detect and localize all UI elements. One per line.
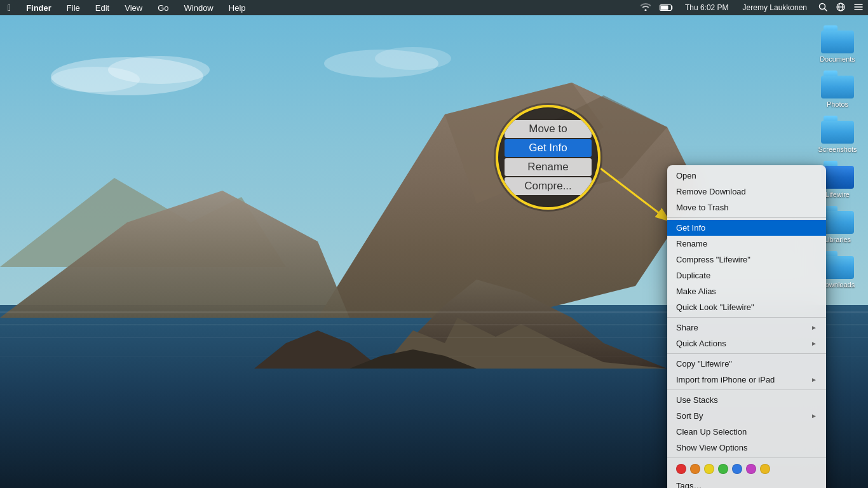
- quick-actions-submenu-arrow: ►: [811, 340, 817, 347]
- ctx-item-remove-download[interactable]: Remove Download: [667, 184, 826, 200]
- share-submenu-arrow: ►: [811, 324, 817, 331]
- menu-go[interactable]: Go: [155, 3, 171, 13]
- ctx-item-copy[interactable]: Copy "Lifewire": [667, 356, 826, 372]
- ctx-item-use-stacks[interactable]: Use Stacks: [667, 392, 826, 408]
- ctx-item-make-alias[interactable]: Make Alias: [667, 283, 826, 299]
- tag-purple[interactable]: [746, 464, 756, 474]
- list-icon[interactable]: [854, 3, 863, 13]
- tag-blue[interactable]: [732, 464, 742, 474]
- menu-view[interactable]: View: [122, 3, 145, 13]
- ctx-item-import[interactable]: Import from iPhone or iPad ►: [667, 372, 826, 388]
- color-tags: [667, 460, 826, 478]
- menubar:  Finder File Edit View Go Window Help T…: [0, 0, 868, 15]
- svg-line-23: [825, 8, 827, 11]
- desktop-icon-photos[interactable]: Photos: [815, 71, 860, 108]
- menu-help[interactable]: Help: [226, 3, 248, 13]
- svg-rect-21: [660, 6, 668, 10]
- zoom-content: Move to Get Info Rename Compre...: [498, 119, 598, 196]
- tag-red[interactable]: [676, 464, 686, 474]
- tag-yellow[interactable]: [704, 464, 714, 474]
- ctx-item-compress[interactable]: Compress "Lifewire": [667, 252, 826, 268]
- tag-orange[interactable]: [690, 464, 700, 474]
- desktop-icon-documents[interactable]: Documents: [815, 25, 860, 63]
- menubar-right: Thu 6:02 PM Jeremy Laukkonen: [641, 3, 863, 13]
- username[interactable]: Jeremy Laukkonen: [740, 3, 810, 12]
- ctx-separator-5: [667, 458, 826, 458]
- ctx-item-get-info[interactable]: Get Info: [667, 220, 826, 236]
- ctx-item-quick-look[interactable]: Quick Look "Lifewire": [667, 299, 826, 315]
- menu-edit[interactable]: Edit: [93, 3, 112, 13]
- ctx-item-quick-actions[interactable]: Quick Actions ►: [667, 336, 826, 351]
- search-icon[interactable]: [818, 3, 827, 13]
- ctx-separator-1: [667, 217, 826, 218]
- ctx-item-clean-up[interactable]: Clean Up Selection: [667, 424, 826, 440]
- zoom-rename: Rename: [505, 158, 592, 176]
- import-submenu-arrow: ►: [811, 376, 817, 383]
- ctx-separator-2: [667, 317, 826, 318]
- app-name[interactable]: Finder: [24, 3, 54, 13]
- ctx-item-open[interactable]: Open: [667, 168, 826, 184]
- ctx-item-show-view-options[interactable]: Show View Options: [667, 440, 826, 456]
- wifi-icon: [641, 3, 651, 13]
- tag-gold[interactable]: [760, 464, 770, 474]
- ctx-item-tags[interactable]: Tags…: [667, 478, 826, 488]
- ctx-item-sort-by[interactable]: Sort By ►: [667, 408, 826, 424]
- ctx-item-duplicate[interactable]: Duplicate: [667, 268, 826, 283]
- desktop-icon-screenshots[interactable]: Screenshots: [815, 116, 860, 153]
- ctx-item-share[interactable]: Share ►: [667, 320, 826, 336]
- datetime[interactable]: Thu 6:02 PM: [682, 3, 731, 12]
- menubar-left:  Finder File Edit View Go Window Help: [5, 3, 248, 13]
- tag-green[interactable]: [718, 464, 728, 474]
- ctx-item-rename[interactable]: Rename: [667, 236, 826, 252]
- ctx-separator-3: [667, 353, 826, 354]
- context-menu: Open Remove Download Move to Trash Get I…: [667, 165, 826, 488]
- sort-by-submenu-arrow: ►: [811, 412, 817, 419]
- battery-icon: [660, 4, 674, 11]
- ctx-item-move-trash[interactable]: Move to Trash: [667, 200, 826, 215]
- zoom-move-to: Move to: [505, 120, 592, 138]
- zoom-compress: Compre...: [505, 177, 592, 195]
- apple-menu[interactable]: : [5, 3, 13, 13]
- svg-point-17: [375, 47, 451, 70]
- ctx-separator-4: [667, 390, 826, 390]
- globe-icon[interactable]: [836, 3, 845, 13]
- svg-point-15: [51, 67, 140, 92]
- menu-file[interactable]: File: [64, 3, 83, 13]
- menu-window[interactable]: Window: [182, 3, 216, 13]
- zoom-circle: Move to Get Info Rename Compre...: [496, 105, 600, 210]
- zoom-get-info: Get Info: [505, 139, 592, 157]
